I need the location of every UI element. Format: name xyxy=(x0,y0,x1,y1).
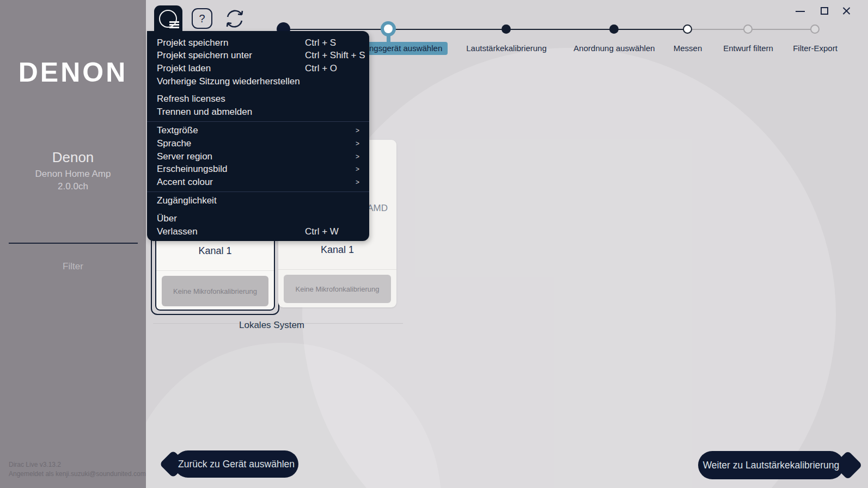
sidebar: DENON Denon Denon Home Amp 2.0.0ch Filte… xyxy=(0,0,146,488)
device-subtitle: Denon Home Amp xyxy=(0,169,146,180)
step-dot-filter-export xyxy=(810,24,820,34)
app-window: DENON Denon Denon Home Amp 2.0.0ch Filte… xyxy=(0,0,868,488)
device-title: Denon xyxy=(0,149,146,166)
menu-item-appearance[interactable]: Erscheinungsbild > xyxy=(147,163,369,176)
back-button[interactable]: Zurück zu Gerät auswählen xyxy=(174,450,298,478)
local-system-label: Lokales System xyxy=(239,320,304,331)
submenu-arrow-icon: > xyxy=(356,127,359,134)
menu-gap xyxy=(147,207,369,212)
step-label-volume-calibration[interactable]: Lautstärkekalibrierung xyxy=(466,44,547,53)
hamburger-icon xyxy=(159,10,177,28)
hamburger-menu-button[interactable] xyxy=(154,5,182,32)
device-name-tail: AMD xyxy=(367,203,388,214)
step-marker-current-inner xyxy=(384,24,393,33)
step-dot-volume-calibration[interactable] xyxy=(502,24,511,34)
sidebar-divider xyxy=(9,243,138,244)
denon-logo: DENON xyxy=(0,57,146,88)
refresh-button[interactable] xyxy=(223,7,246,30)
menu-item-about[interactable]: Über xyxy=(147,212,369,225)
help-button[interactable]: ? xyxy=(192,8,212,29)
menu-separator xyxy=(147,192,369,192)
menu-item-restore-session[interactable]: Vorherige Sitzung wiederherstellen xyxy=(147,75,369,88)
menu-item-language[interactable]: Sprache > xyxy=(147,137,369,150)
sidebar-footer: Dirac Live v3.13.2 Angemeldet als kenji.… xyxy=(9,460,146,479)
minimize-button[interactable] xyxy=(795,5,806,16)
channel-label: Kanal 1 xyxy=(156,245,274,257)
shortcut-label: Ctrl + O xyxy=(305,63,337,74)
shortcut-label: Ctrl + S xyxy=(305,38,336,48)
menu-item-refresh-licenses[interactable]: Refresh licenses xyxy=(147,92,369,106)
next-button[interactable]: Weiter zu Lautstärkekalibrierung xyxy=(698,451,844,479)
menu-item-quit[interactable]: Verlassen Ctrl + W xyxy=(147,225,369,238)
stepper-line-active xyxy=(283,29,688,30)
maximize-icon xyxy=(821,7,828,15)
menu-item-text-size[interactable]: Textgröße > xyxy=(147,125,369,138)
step-dot-measure[interactable] xyxy=(683,24,692,34)
menu-separator xyxy=(147,121,369,122)
menu-item-save-project[interactable]: Projekt speichern Ctrl + S xyxy=(147,36,369,50)
shortcut-label: Ctrl + Shift + S xyxy=(305,50,365,61)
submenu-arrow-icon: > xyxy=(356,153,359,160)
app-version: Dirac Live v3.13.2 xyxy=(9,460,146,470)
mic-calibration-button[interactable]: Keine Mikrofonkalibrierung xyxy=(162,276,268,306)
signed-in-as: Angemeldet als kenji.suzuki@soundunited.… xyxy=(9,470,146,479)
close-button[interactable] xyxy=(841,5,852,16)
filter-section-label: Filter xyxy=(0,261,146,272)
refresh-icon xyxy=(223,7,246,30)
card-divider xyxy=(278,269,396,270)
channel-label: Kanal 1 xyxy=(278,244,396,256)
menu-item-accent-colour[interactable]: Accent colour > xyxy=(147,176,369,189)
step-label-measure[interactable]: Messen xyxy=(674,44,702,53)
maximize-button[interactable] xyxy=(819,5,830,16)
device-channels: 2.0.0ch xyxy=(0,181,146,192)
menu-item-disconnect-signout[interactable]: Trennen und abmelden xyxy=(147,106,369,119)
shortcut-label: Ctrl + W xyxy=(305,226,339,237)
submenu-arrow-icon: > xyxy=(356,140,359,147)
menu-item-server-region[interactable]: Server region > xyxy=(147,150,369,163)
card-divider xyxy=(156,270,274,271)
menu-item-accessibility[interactable]: Zugänglichkeit xyxy=(147,195,369,208)
mic-calibration-button[interactable]: Keine Mikrofonkalibrierung xyxy=(284,275,391,303)
step-label-select-arrangement[interactable]: Anordnung auswählen xyxy=(573,44,655,53)
submenu-arrow-icon: > xyxy=(356,178,359,186)
step-dot-filter-design xyxy=(743,24,753,34)
minimize-icon xyxy=(796,11,805,12)
menu-gap xyxy=(147,88,369,92)
step-label-filter-design: Entwurf filtern xyxy=(723,44,773,53)
menu-item-load-project[interactable]: Projekt laden Ctrl + O xyxy=(147,62,369,75)
submenu-arrow-icon: > xyxy=(356,165,359,173)
main-menu-dropdown: Projekt speichern Ctrl + S Projekt speic… xyxy=(147,31,369,241)
step-label-filter-export: Filter-Export xyxy=(793,44,838,53)
step-dot-select-arrangement[interactable] xyxy=(609,24,619,34)
menu-item-save-project-as[interactable]: Projekt speichern unter Ctrl + Shift + S xyxy=(147,50,369,63)
